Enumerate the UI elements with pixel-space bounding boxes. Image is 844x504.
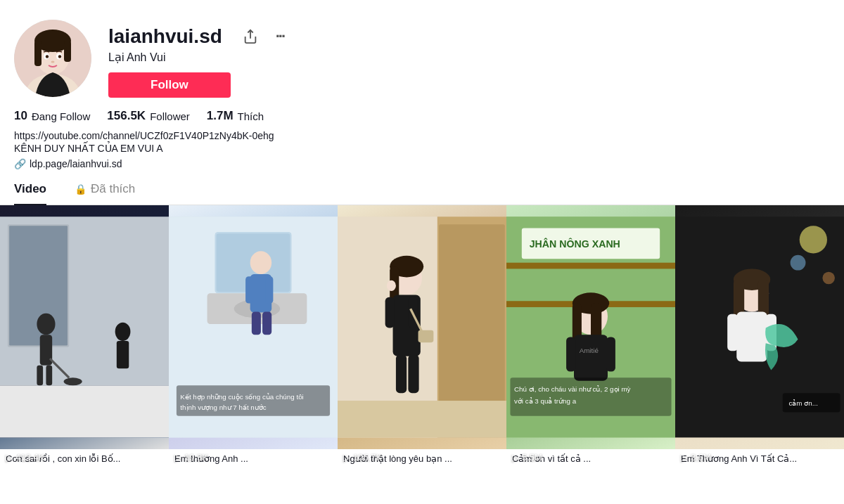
bio-section: https://youtube.com/channel/UCZf0zF1V40P… — [0, 123, 844, 169]
svg-point-75 — [800, 226, 827, 253]
svg-point-77 — [822, 272, 834, 284]
username: laianhvui.sd — [108, 25, 222, 48]
svg-rect-22 — [46, 366, 52, 385]
stat-followers: 156.5K Follower — [107, 109, 190, 123]
lock-icon: 🔒 — [75, 183, 87, 195]
svg-point-12 — [51, 61, 55, 63]
svg-text:cảm ơn...: cảm ơn... — [788, 399, 817, 407]
tab-video[interactable]: Video — [14, 182, 46, 205]
svg-rect-61 — [506, 263, 675, 269]
svg-point-76 — [791, 255, 806, 271]
svg-point-26 — [64, 377, 82, 385]
videos-grid: ▷ 412.4K Con sai rồi , con xin lỗi Bố... — [0, 205, 844, 467]
play-icon: ▷ — [343, 452, 350, 463]
username-row: laianhvui.sd ··· — [108, 25, 830, 48]
svg-rect-39 — [177, 385, 330, 416]
svg-point-10 — [46, 55, 49, 58]
bio-text: KÊNH DUY NHẤT CỦA EM VUI A — [14, 143, 830, 154]
svg-rect-82 — [736, 312, 767, 362]
display-name: Lại Anh Vui — [108, 51, 830, 64]
video-item-1[interactable]: Kết hợp những cuộc sống của chúng tôi th… — [169, 205, 338, 467]
stat-likes: 1.7M Thích — [207, 109, 264, 123]
svg-rect-15 — [0, 385, 169, 437]
svg-rect-6 — [34, 41, 41, 66]
play-count-3: ▷ 5.5M — [512, 452, 542, 463]
stat-following: 10 Đang Follow — [14, 109, 90, 123]
svg-rect-54 — [418, 330, 434, 342]
following-label: Đang Follow — [32, 110, 90, 122]
svg-rect-56 — [408, 355, 418, 394]
play-count-2: ▷ 106.7K — [343, 452, 382, 463]
play-icon: ▷ — [681, 452, 688, 463]
svg-text:với cả 3 quả trứng a: với cả 3 quả trứng a — [514, 397, 577, 405]
video-item-0[interactable]: ▷ 412.4K Con sai rồi , con xin lỗi Bố... — [0, 205, 169, 467]
video-thumb-1: Kết hợp những cuộc sống của chúng tôi th… — [169, 205, 338, 449]
avatar — [14, 20, 91, 97]
svg-rect-83 — [727, 314, 738, 351]
svg-rect-37 — [252, 312, 261, 335]
followers-label: Follower — [150, 110, 190, 122]
stats-section: 10 Đang Follow 156.5K Follower 1.7M Thíc… — [0, 98, 844, 123]
follow-button[interactable]: Follow — [108, 72, 231, 98]
svg-rect-55 — [396, 355, 407, 394]
following-count: 10 — [14, 109, 27, 123]
likes-label: Thích — [238, 110, 264, 122]
svg-text:thịnh vượng như 7 hất nước: thịnh vượng như 7 hất nước — [180, 403, 266, 411]
play-icon: ▷ — [174, 452, 181, 463]
play-icon: ▷ — [512, 452, 519, 463]
profile-info: laianhvui.sd ··· Lại Anh Vui Follow — [108, 20, 830, 98]
followers-count: 156.5K — [107, 109, 146, 123]
svg-point-19 — [37, 314, 55, 335]
page-link-text: ldp.page/laianhvui.sd — [30, 158, 122, 169]
profile-section: laianhvui.sd ··· Lại Anh Vui Follow — [0, 0, 844, 98]
svg-text:Amitié: Amitié — [580, 347, 599, 354]
svg-text:JHÂN NÔNG XANH: JHÂN NÔNG XANH — [530, 238, 620, 250]
svg-point-33 — [250, 251, 272, 274]
video-thumb-3: JHÂN NÔNG XANH Amitié Chú ơi, c — [506, 205, 675, 449]
svg-rect-35 — [245, 276, 253, 303]
svg-text:Kết hợp những cuộc sống của ch: Kết hợp những cuộc sống của chúng tôi — [180, 393, 303, 401]
svg-rect-7 — [64, 41, 71, 62]
video-thumb-4: cảm ơn... — [675, 205, 844, 449]
svg-rect-24 — [117, 341, 129, 368]
svg-rect-44 — [439, 224, 505, 429]
page-link[interactable]: 🔗 ldp.page/laianhvui.sd — [14, 158, 830, 169]
play-count-1: ▷ 19.3K — [174, 452, 208, 463]
svg-rect-70 — [606, 337, 615, 372]
svg-rect-21 — [37, 366, 43, 385]
svg-rect-38 — [262, 312, 271, 335]
svg-point-11 — [58, 55, 61, 58]
svg-text:Chú ơi, cho cháu vài như củ, 2: Chú ơi, cho cháu vài như củ, 2 gọi mỳ — [514, 385, 631, 393]
play-count-0: ▷ 412.4K — [6, 452, 44, 463]
likes-count: 1.7M — [207, 109, 234, 123]
share-button[interactable] — [239, 25, 262, 48]
youtube-link[interactable]: https://youtube.com/channel/UCZf0zF1V40P… — [14, 130, 830, 141]
svg-rect-36 — [265, 276, 273, 303]
video-thumb-0 — [0, 205, 169, 449]
svg-rect-69 — [566, 337, 575, 372]
svg-point-23 — [115, 323, 131, 341]
action-icons: ··· — [239, 25, 291, 48]
video-item-4[interactable]: cảm ơn... ▷ 3.6M Em Thương Anh Vì Tất Cả… — [675, 205, 844, 467]
play-count-4: ▷ 3.6M — [681, 452, 711, 463]
svg-rect-50 — [385, 297, 395, 328]
svg-rect-67 — [574, 335, 608, 380]
more-button[interactable]: ··· — [269, 25, 291, 48]
tabs-section: Video 🔒 Đã thích — [0, 169, 844, 205]
play-icon: ▷ — [6, 452, 13, 463]
tab-liked[interactable]: 🔒 Đã thích — [75, 182, 135, 205]
video-item-2[interactable]: ▷ 106.7K Người thật lòng yêu bạn ... — [338, 205, 506, 467]
video-item-3[interactable]: JHÂN NÔNG XANH Amitié Chú ơi, c — [506, 205, 675, 467]
video-thumb-2 — [338, 205, 506, 449]
svg-point-52 — [387, 280, 396, 291]
link-icon: 🔗 — [14, 158, 26, 169]
svg-rect-20 — [40, 335, 52, 366]
svg-rect-45 — [338, 401, 506, 437]
